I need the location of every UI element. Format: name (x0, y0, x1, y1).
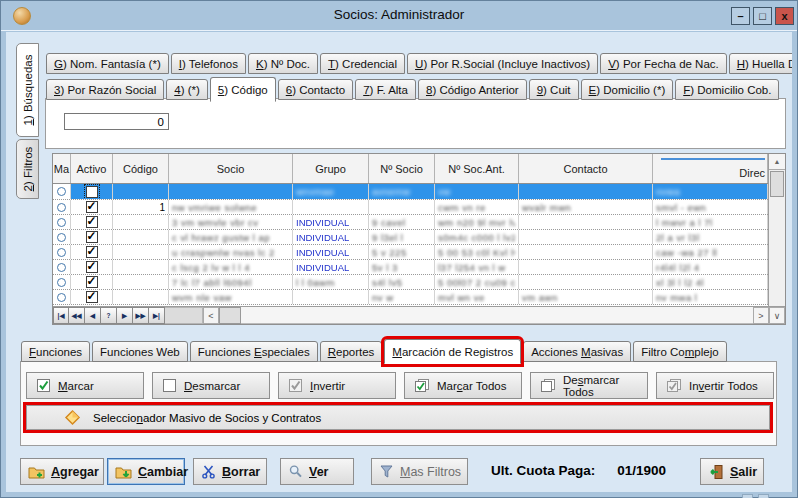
ver-button[interactable]: Ver (280, 458, 354, 485)
search-tab-f-domicilio-cob[interactable]: F) Domicilio Cob. (675, 79, 779, 100)
seleccionador-masivo-button[interactable]: Seleccionador Masivo de Socios y Contrat… (26, 405, 770, 430)
table-row[interactable]: 7 lc l7 abll l6094ll l 0awms4l lv55 00l0… (53, 275, 768, 290)
scroll-up-icon[interactable]: ▲ (769, 154, 785, 170)
column-header-direc[interactable]: Direc (653, 154, 768, 183)
marcar-todos-button[interactable]: Marcar Todos (404, 372, 522, 399)
navigator-item-button[interactable]: ? (101, 307, 117, 324)
grupo-value: INDIVIDUAL (296, 232, 349, 243)
function-tab-funciones-especiales[interactable]: Funciones Especiales (190, 341, 318, 362)
label-text: alir (738, 465, 757, 479)
horizontal-scroll-track[interactable] (241, 307, 753, 324)
search-tab-e-domicilio[interactable]: E) Domicilio (*) (581, 79, 674, 100)
table-row[interactable]: u craspwnlw nvas lc 2INDIVIDUAL5 v 2255 … (53, 245, 768, 260)
navigator-item-button[interactable]: |◀ (53, 307, 69, 324)
function-tab-acciones-masivas[interactable]: Acciones Masivas (523, 341, 631, 362)
vertical-scrollbar[interactable]: ▲ (768, 154, 785, 306)
function-tab-filtro-complejo[interactable]: Filtro Complejo (633, 341, 726, 362)
left-tab-1-b-squedas[interactable]: 1) Búsquedas (16, 43, 39, 137)
salir-button[interactable]: Salir (700, 458, 764, 485)
search-tab-h-huella-dactilar[interactable]: H) Huella Dactilar (729, 53, 792, 74)
redacted-text: wvalr mwn (522, 202, 571, 213)
client-area: 1) Búsquedas2) Filtros G) Nom. Fantasía … (6, 32, 792, 492)
cell-grupo (293, 200, 369, 214)
code-input[interactable] (64, 113, 169, 130)
accelerator-key: U (415, 58, 423, 70)
column-header-contacto[interactable]: Contacto (519, 154, 653, 183)
accelerator-key: C (138, 465, 147, 479)
column-header-ma[interactable]: Ma (53, 154, 71, 183)
scroll-down-icon[interactable]: ∨ (769, 307, 785, 324)
search-tab-u-por-r-social-incluye-inactivos[interactable]: U) Por R.Social (Incluye Inactivos) (407, 53, 598, 74)
checkbox-checked-icon[interactable] (86, 216, 98, 228)
table-row[interactable]: c lscg 2 lv w l l 4INDIVIDUAL5v l 3l37 l… (53, 260, 768, 275)
function-tab-funciones-web[interactable]: Funciones Web (92, 341, 188, 362)
search-tab-i-telefonos[interactable]: I) Telefonos (171, 53, 246, 74)
column-header-n-soc-ant[interactable]: Nº Soc.Ant. (435, 154, 519, 183)
function-tab-funciones[interactable]: Funciones (21, 341, 90, 362)
navigator-item-button[interactable]: ▶▶ (133, 307, 149, 324)
search-tab-3-por-raz-n-social[interactable]: 3) Por Razón Social (46, 79, 164, 100)
navigator-item-button[interactable]: ▶ (117, 307, 133, 324)
borrar-button[interactable]: Borrar (193, 458, 267, 485)
checkbox-checked-icon[interactable] (86, 231, 98, 243)
agregar-button[interactable]: Agregar (20, 458, 104, 485)
column-header-socio[interactable]: Socio (169, 154, 293, 183)
desmarcar-todos-button[interactable]: Desmarcar Todos (530, 372, 648, 399)
column-header-c-digo[interactable]: Código (113, 154, 169, 183)
close-button[interactable]: x (775, 7, 794, 25)
search-tab-g-nom-fantas-a[interactable]: G) Nom. Fantasía (*) (46, 53, 169, 74)
left-tab-2-filtros[interactable]: 2) Filtros (16, 139, 39, 199)
navigator-item-button[interactable]: ◀◀ (69, 307, 85, 324)
checkbox-empty-icon[interactable] (86, 186, 98, 198)
cell-contacto (519, 275, 653, 289)
scroll-right-icon[interactable]: > (753, 307, 769, 324)
invertir-todos-button[interactable]: Invertir Todos (656, 372, 774, 399)
accelerator-key: 1 (22, 119, 34, 125)
cell-socio: 7 lc l7 abll l6094l (169, 275, 293, 289)
cell-direc: l mwvr a l 7l (653, 215, 768, 229)
search-tab-7-f-alta[interactable]: 7) F. Alta (355, 79, 416, 100)
checkbox-checked-icon[interactable] (86, 261, 98, 273)
cell-nsocant: 5 00 53 c0l Kvl lv 2l5KY (435, 245, 519, 259)
search-tab-5-c-digo[interactable]: 5) Código (210, 77, 276, 102)
column-label: Grupo (315, 163, 346, 175)
search-tab-t-credencial[interactable]: T) Credencial (320, 53, 405, 74)
checkbox-checked-icon[interactable] (86, 201, 98, 213)
checkbox-checked-icon[interactable] (86, 246, 98, 258)
column-header-activo[interactable]: Activo (71, 154, 113, 183)
column-header-grupo[interactable]: Grupo (293, 154, 369, 183)
table-row[interactable]: wnvmaeavnemwvwnvwa (53, 184, 768, 200)
checkbox-checked-icon[interactable] (86, 276, 98, 288)
marcar-button[interactable]: Marcar (26, 372, 144, 399)
mas-filtros-button[interactable]: Mas Filtros (371, 458, 468, 485)
search-tab-9-cuit[interactable]: 9) Cuit (529, 79, 579, 100)
function-tab-reportes[interactable]: Reportes (320, 341, 383, 362)
desmarcar-button[interactable]: Desmarcar (152, 372, 270, 399)
label-text: ) Cuit (543, 84, 570, 96)
sort-indicator (661, 158, 765, 160)
search-tab-k-n-doc[interactable]: K) Nº Doc. (248, 53, 318, 74)
cell-socio: c vl hrawz gustw l ap (169, 230, 293, 244)
cambiar-button[interactable]: Cambiar (107, 458, 185, 485)
table-row[interactable]: wvm nle vawnv wmvl wn vevm awnnv mwa l (53, 290, 768, 305)
checkbox-checked-icon[interactable] (86, 291, 98, 303)
horizontal-scroll-thumb[interactable] (219, 307, 241, 324)
maximize-button[interactable]: □ (753, 7, 772, 25)
label-text: Mar (437, 380, 457, 392)
column-header-n-socio[interactable]: Nº Socio (369, 154, 435, 183)
label-text: Acciones (531, 346, 581, 358)
table-row[interactable]: c vl hrawz gustw l apINDIVIDUAL9 l3el ls… (53, 230, 768, 245)
scroll-left-icon[interactable]: < (203, 307, 219, 324)
search-tab-6-contacto[interactable]: 6) Contacto (278, 79, 353, 100)
navigator-item-button[interactable]: ◀ (85, 307, 101, 324)
search-tab-8-c-digo-anterior[interactable]: 8) Código Anterior (418, 79, 527, 100)
table-row[interactable]: 1nw vmriwe solwnecwm vn rewvalr mwnsmvl … (53, 200, 768, 215)
vertical-scroll-thumb[interactable] (770, 171, 784, 197)
search-tab-v-por-fecha-de-nac[interactable]: V) Por Fecha de Nac. (600, 53, 727, 74)
function-tab-marcaci-n-de-registros[interactable]: Marcación de Registros (384, 339, 521, 364)
navigator-item-button[interactable]: ▶| (149, 307, 165, 324)
minimize-button[interactable]: – (731, 7, 750, 25)
search-tab-4[interactable]: 4) (*) (166, 79, 208, 100)
invertir-button[interactable]: Invertir (278, 372, 396, 399)
table-row[interactable]: 3 vm wmvle vbr cvINDIVIDUAL9 cavelwm n20… (53, 215, 768, 230)
